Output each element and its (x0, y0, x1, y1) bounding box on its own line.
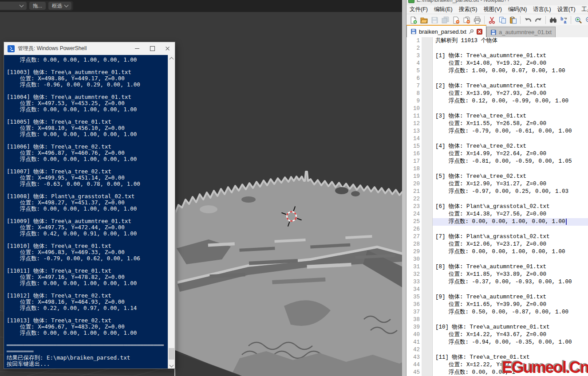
bookmark-margin[interactable] (422, 271, 433, 278)
bookmark-margin[interactable] (422, 226, 433, 233)
line-text: 浮点数: -0.97, 0.00, 0.25, 0.00, 1.03 (433, 188, 588, 196)
bookmark-margin[interactable] (422, 256, 433, 263)
line-number: 28 (406, 241, 422, 248)
line-number: 39 (406, 324, 422, 331)
powershell-console[interactable]: 浮点数: 0.00, 0.00, 1.00, 0.00, 1.00 [11003… (4, 55, 175, 368)
menu-item[interactable]: 工具(O (579, 6, 588, 13)
replace-icon[interactable]: ba (559, 15, 568, 25)
bookmark-margin[interactable] (422, 248, 433, 256)
bookmark-margin[interactable] (422, 196, 433, 203)
close-tab-icon[interactable] (477, 29, 482, 35)
open-file-icon[interactable] (419, 15, 429, 25)
close-button[interactable] (160, 42, 175, 55)
bookmark-margin[interactable] (422, 263, 433, 271)
close-all-icon[interactable] (462, 15, 471, 25)
bookmark-margin[interactable] (422, 173, 433, 180)
editor-line: 14 (406, 135, 588, 143)
bookmark-margin[interactable] (422, 233, 433, 241)
line-number: 43 (406, 354, 422, 361)
editor-line: 35[9] 物体: Tree\a_autumntree_01.txt (406, 294, 588, 301)
zoom-out-icon[interactable] (584, 15, 588, 25)
bookmark-margin[interactable] (422, 339, 433, 346)
bookmark-margin[interactable] (422, 294, 433, 301)
bookmark-margin[interactable] (422, 324, 433, 331)
bookmark-margin[interactable] (422, 203, 433, 211)
terrain-mesh (175, 172, 407, 376)
bookmark-margin[interactable] (422, 158, 433, 165)
bookmark-margin[interactable] (422, 37, 433, 45)
box-select-dropdown[interactable]: 框选 (48, 2, 71, 10)
bookmark-margin[interactable] (422, 309, 433, 316)
maximize-button[interactable] (145, 42, 160, 55)
bookmark-margin[interactable] (422, 180, 433, 188)
bookmark-margin[interactable] (422, 105, 433, 113)
menu-item[interactable]: 文件(F) (406, 6, 431, 13)
bookmark-margin[interactable] (422, 128, 433, 135)
undo-icon[interactable] (523, 15, 533, 25)
notepadpp-titlebar[interactable]: E:\map\braiken_parsed.txt - Notepad++ (406, 0, 588, 5)
bookmark-margin[interactable] (422, 361, 433, 369)
bookmark-margin[interactable] (422, 354, 433, 361)
powershell-titlebar[interactable]: 管理员: Windows PowerShell (4, 42, 175, 55)
print-icon[interactable] (472, 15, 482, 25)
bookmark-margin[interactable] (422, 143, 433, 150)
bookmark-margin[interactable] (422, 346, 433, 354)
save-all-icon[interactable] (440, 15, 450, 25)
toolbar-separator (520, 16, 521, 24)
menu-item[interactable]: 搜索(S) (456, 6, 481, 13)
save-icon[interactable] (430, 15, 439, 25)
powershell-scrollbar[interactable] (168, 55, 175, 368)
bookmark-margin[interactable] (422, 316, 433, 324)
bookmark-margin[interactable] (422, 331, 433, 339)
drag-button[interactable]: 拖... (29, 2, 46, 10)
tab-a-autumntree[interactable]: a_autumntree_01.txt (486, 27, 556, 37)
bookmark-margin[interactable] (422, 82, 433, 90)
bookmark-margin[interactable] (422, 67, 433, 75)
editor-area[interactable]: 1共解析到 11013 个物体23[1] 物体: Tree\a_autumntr… (406, 37, 588, 376)
bookmark-margin[interactable] (422, 90, 433, 98)
menu-item[interactable]: 设置(T) (554, 6, 579, 13)
bookmark-margin[interactable] (422, 211, 433, 218)
editor-line: 16 位置: X=14.99, Y=22.64, Z=0.00 (406, 150, 588, 158)
redo-icon[interactable] (533, 15, 543, 25)
bookmark-margin[interactable] (422, 113, 433, 120)
bookmark-margin[interactable] (422, 188, 433, 196)
scroll-up-icon[interactable] (170, 57, 173, 60)
line-number: 17 (406, 158, 422, 165)
tab-braiken-parsed[interactable]: braiken_parsed.txt (406, 25, 486, 37)
scrollbar-thumb[interactable] (169, 348, 174, 360)
bookmark-margin[interactable] (422, 45, 433, 52)
close-file-icon[interactable] (451, 15, 461, 25)
new-file-icon[interactable] (408, 15, 418, 25)
bookmark-margin[interactable] (422, 60, 433, 67)
bookmark-margin[interactable] (422, 301, 433, 309)
bookmark-margin[interactable] (422, 241, 433, 248)
copy-icon[interactable] (497, 15, 507, 25)
bookmark-margin[interactable] (422, 150, 433, 158)
bookmark-margin[interactable] (422, 218, 433, 226)
pin-icon[interactable] (469, 29, 474, 35)
bookmark-margin[interactable] (422, 98, 433, 105)
zoom-in-icon[interactable] (573, 15, 583, 25)
paste-icon[interactable] (508, 15, 518, 25)
bookmark-margin[interactable] (422, 278, 433, 286)
bookmark-margin[interactable] (422, 369, 433, 376)
line-number: 31 (406, 263, 422, 271)
bookmark-margin[interactable] (422, 286, 433, 294)
bookmark-margin[interactable] (422, 52, 433, 60)
menu-item[interactable]: 编码(N) (505, 6, 530, 13)
menu-item[interactable]: 编辑(E) (431, 6, 456, 13)
svg-text:a: a (564, 19, 566, 24)
bookmark-margin[interactable] (422, 120, 433, 128)
bookmark-margin[interactable] (422, 165, 433, 173)
minimize-button[interactable] (130, 42, 145, 55)
window-resize-edge[interactable] (402, 0, 406, 376)
cut-icon[interactable] (487, 15, 497, 25)
bookmark-margin[interactable] (422, 135, 433, 143)
bookmark-margin[interactable] (422, 75, 433, 82)
menu-item[interactable]: 语言(L) (530, 6, 554, 13)
tool-dropdown[interactable] (0, 2, 27, 10)
scroll-down-icon[interactable] (170, 364, 173, 367)
menu-item[interactable]: 视图(V) (480, 6, 505, 13)
find-icon[interactable] (548, 15, 558, 25)
